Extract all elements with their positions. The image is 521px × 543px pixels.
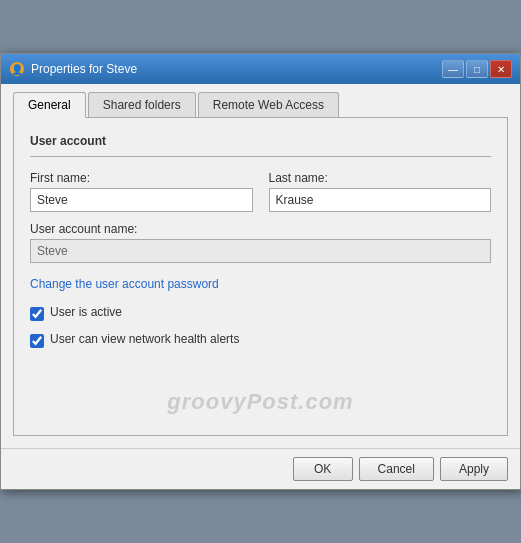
apply-button[interactable]: Apply	[440, 457, 508, 481]
last-name-input[interactable]	[269, 188, 492, 212]
account-name-row: User account name:	[30, 222, 491, 263]
window-content: General Shared folders Remote Web Access…	[1, 84, 520, 448]
user-active-group: User is active	[30, 305, 491, 322]
network-health-checkbox[interactable]	[30, 334, 44, 348]
tabs-bar: General Shared folders Remote Web Access	[13, 92, 508, 118]
tab-shared-folders[interactable]: Shared folders	[88, 92, 196, 117]
minimize-button[interactable]: —	[442, 60, 464, 78]
first-name-input[interactable]	[30, 188, 253, 212]
network-health-label: User can view network health alerts	[50, 332, 239, 346]
watermark-text: groovyPost.com	[167, 389, 353, 415]
section-title: User account	[30, 134, 491, 148]
change-password-link[interactable]: Change the user account password	[30, 277, 219, 291]
maximize-button[interactable]: □	[466, 60, 488, 78]
account-name-input	[30, 239, 491, 263]
network-health-group: User can view network health alerts	[30, 332, 491, 349]
cancel-button[interactable]: Cancel	[359, 457, 434, 481]
tab-general[interactable]: General	[13, 92, 86, 118]
user-active-label: User is active	[50, 305, 122, 319]
title-bar-left: 👤 Properties for Steve	[9, 61, 137, 77]
tab-content-general: User account First name: Last name: User…	[13, 118, 508, 436]
title-controls: — □ ✕	[442, 60, 512, 78]
tab-remote-web-access[interactable]: Remote Web Access	[198, 92, 339, 117]
ok-button[interactable]: OK	[293, 457, 353, 481]
close-button[interactable]: ✕	[490, 60, 512, 78]
footer: OK Cancel Apply	[1, 448, 520, 489]
svg-text:👤: 👤	[11, 63, 24, 76]
last-name-label: Last name:	[269, 171, 492, 185]
last-name-group: Last name:	[269, 171, 492, 212]
window-title: Properties for Steve	[31, 62, 137, 76]
watermark-area: groovyPost.com	[30, 359, 491, 419]
title-bar: 👤 Properties for Steve — □ ✕	[1, 54, 520, 84]
first-name-group: First name:	[30, 171, 253, 212]
name-row: First name: Last name:	[30, 171, 491, 212]
account-name-label: User account name:	[30, 222, 491, 236]
properties-window: 👤 Properties for Steve — □ ✕ General Sha…	[0, 53, 521, 490]
section-divider	[30, 156, 491, 157]
account-name-group: User account name:	[30, 222, 491, 263]
window-icon: 👤	[9, 61, 25, 77]
user-active-checkbox[interactable]	[30, 307, 44, 321]
first-name-label: First name:	[30, 171, 253, 185]
